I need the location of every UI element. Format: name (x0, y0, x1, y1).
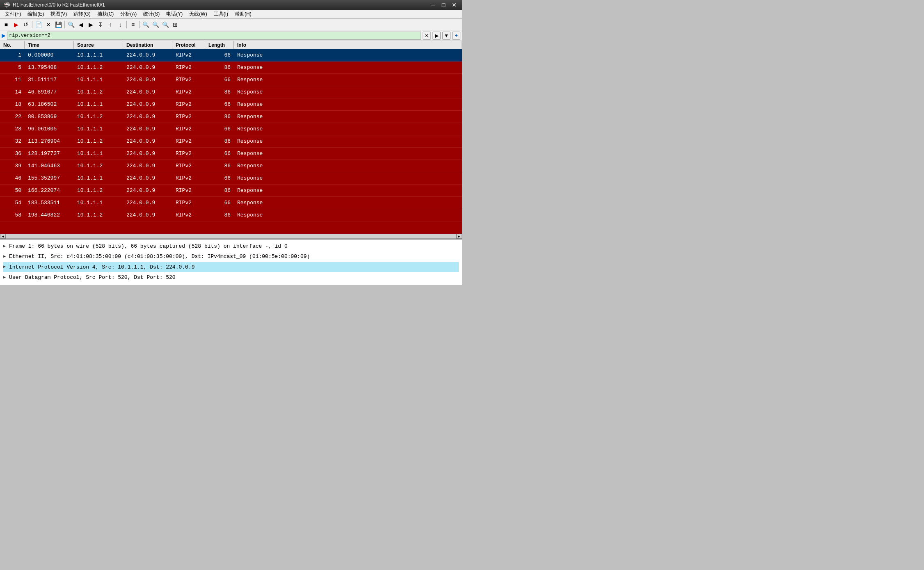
table-row[interactable]: 46155.35299710.1.1.1224.0.0.9RIPv266Resp… (0, 172, 462, 185)
menu-item-工具(I)[interactable]: 工具(I) (210, 10, 231, 18)
table-row[interactable]: 58198.44682210.1.1.2224.0.0.9RIPv286Resp… (0, 209, 462, 221)
close-button[interactable]: ✕ (450, 1, 459, 9)
expand-icon-frame: ▶ (3, 243, 9, 250)
col-header-destination: Destination (123, 41, 172, 49)
scroll-track[interactable] (6, 234, 456, 238)
menu-item-捕获(C)[interactable]: 捕获(C) (94, 10, 117, 18)
scroll-up-button[interactable]: ↑ (106, 20, 115, 29)
detail-row-frame[interactable]: ▶Frame 1: 66 bytes on wire (528 bits), 6… (3, 241, 459, 251)
filter-clear-button[interactable]: ✕ (423, 32, 431, 40)
window-controls: ─ □ ✕ (428, 1, 459, 9)
expand-icon-udp: ▶ (3, 274, 9, 281)
toolbar-sep-3 (126, 21, 127, 28)
col-header-info: Info (234, 41, 462, 49)
menu-bar: 文件(F)编辑(E)视图(V)跳转(G)捕获(C)分析(A)统计(S)电话(Y)… (0, 10, 462, 19)
table-row[interactable]: 2280.85386910.1.1.2224.0.0.9RIPv286Respo… (0, 111, 462, 123)
detail-row-rip[interactable]: ▶Routing Information Protocol (3, 283, 459, 285)
expand-icon-rip: ▶ (3, 284, 9, 285)
forward-button[interactable]: ▶ (86, 20, 95, 29)
menu-item-分析(A)[interactable]: 分析(A) (117, 10, 140, 18)
colorize-button[interactable]: ≡ (128, 20, 137, 29)
toolbar-sep-1 (32, 21, 32, 28)
menu-item-帮助(H)[interactable]: 帮助(H) (231, 10, 255, 18)
table-row[interactable]: 1131.51111710.1.1.1224.0.0.9RIPv266Respo… (0, 74, 462, 86)
col-header-no: No. (0, 41, 25, 49)
filter-icon: ▶ (2, 33, 5, 39)
toolbar: ■ ▶ ↺ 📄 ✕ 💾 🔍 ◀ ▶ ↧ ↑ ↓ ≡ 🔍 🔍 🔍 ⊞ (0, 19, 462, 30)
filter-add-button[interactable]: + (452, 32, 460, 40)
detail-panel: ▶Frame 1: 66 bytes on wire (528 bits), 6… (0, 239, 462, 285)
filter-apply-button[interactable]: ▶ (432, 32, 441, 40)
scroll-right-button[interactable]: ▶ (456, 234, 462, 239)
table-row[interactable]: 50166.22207410.1.1.2224.0.0.9RIPv286Resp… (0, 185, 462, 197)
app-icon: 🦈 (3, 2, 10, 8)
col-header-length: Length (205, 41, 234, 49)
minimize-button[interactable]: ─ (428, 1, 437, 9)
col-header-source: Source (74, 41, 123, 49)
maximize-button[interactable]: □ (439, 1, 448, 9)
start-button[interactable]: ▶ (11, 20, 21, 29)
layout-button[interactable]: ⊞ (171, 20, 180, 29)
filter-bar: ▶ rip.version==2 ✕ ▶ ▼ + (0, 30, 462, 41)
table-row[interactable]: 54183.53351110.1.1.1224.0.0.9RIPv266Resp… (0, 197, 462, 209)
menu-item-电话(Y)[interactable]: 电话(Y) (163, 10, 186, 18)
menu-item-统计(S)[interactable]: 统计(S) (140, 10, 163, 18)
zoom-reset-button[interactable]: 🔍 (161, 20, 170, 29)
table-row[interactable]: 1863.18650210.1.1.1224.0.0.9RIPv266Respo… (0, 98, 462, 111)
detail-text-frame: Frame 1: 66 bytes on wire (528 bits), 66… (9, 242, 459, 251)
horizontal-scrollbar[interactable]: ◀ ▶ (0, 234, 462, 239)
table-row[interactable]: 2896.06100510.1.1.1224.0.0.9RIPv266Respo… (0, 123, 462, 135)
zoom-out-button[interactable]: 🔍 (151, 20, 160, 29)
filter-bookmark-button[interactable]: ▼ (442, 32, 451, 40)
menu-item-跳转(G)[interactable]: 跳转(G) (70, 10, 94, 18)
packet-rows: 10.00000010.1.1.1224.0.0.9RIPv266Respons… (0, 49, 462, 221)
table-row[interactable]: 1446.89107710.1.1.2224.0.0.9RIPv286Respo… (0, 86, 462, 98)
detail-row-ip[interactable]: ▶Internet Protocol Version 4, Src: 10.1.… (3, 262, 459, 272)
stop-button[interactable]: ■ (2, 20, 11, 29)
back-button[interactable]: ◀ (76, 20, 85, 29)
save-button[interactable]: 💾 (54, 20, 63, 29)
toolbar-sep-2 (64, 21, 65, 28)
detail-text-ip: Internet Protocol Version 4, Src: 10.1.1… (9, 262, 459, 272)
table-row[interactable]: 32113.27690410.1.1.2224.0.0.9RIPv286Resp… (0, 135, 462, 148)
open-button[interactable]: 📄 (34, 20, 43, 29)
table-row[interactable]: 36128.19773710.1.1.1224.0.0.9RIPv266Resp… (0, 148, 462, 160)
packet-list: No. Time Source Destination Protocol Len… (0, 41, 462, 234)
title-bar: 🦈 R1 FastEthernet0/0 to R2 FastEthernet0… (0, 0, 462, 10)
col-header-time: Time (25, 41, 74, 49)
menu-item-文件(F)[interactable]: 文件(F) (2, 10, 24, 18)
toolbar-sep-4 (139, 21, 140, 28)
filter-input[interactable]: rip.version==2 (7, 32, 421, 40)
detail-row-udp[interactable]: ▶User Datagram Protocol, Src Port: 520, … (3, 272, 459, 283)
detail-row-ethernet[interactable]: ▶Ethernet II, Src: c4:01:08:35:00:00 (c4… (3, 251, 459, 262)
menu-item-编辑(E)[interactable]: 编辑(E) (24, 10, 47, 18)
title-left: 🦈 R1 FastEthernet0/0 to R2 FastEthernet0… (3, 2, 105, 8)
close-cap-button[interactable]: ✕ (44, 20, 53, 29)
scroll-end-button[interactable]: ↧ (96, 20, 105, 29)
menu-item-无线(W)[interactable]: 无线(W) (186, 10, 210, 18)
window-title: R1 FastEthernet0/0 to R2 FastEthernet0/1 (13, 2, 105, 8)
find-button[interactable]: 🔍 (66, 20, 75, 29)
detail-text-udp: User Datagram Protocol, Src Port: 520, D… (9, 273, 459, 282)
table-row[interactable]: 10.00000010.1.1.1224.0.0.9RIPv266Respons… (0, 49, 462, 62)
zoom-in-button[interactable]: 🔍 (141, 20, 150, 29)
expand-icon-ip: ▶ (3, 263, 9, 271)
restart-button[interactable]: ↺ (21, 20, 30, 29)
menu-item-视图(V)[interactable]: 视图(V) (47, 10, 70, 18)
scroll-left-button[interactable]: ◀ (0, 234, 6, 239)
detail-text-ethernet: Ethernet II, Src: c4:01:08:35:00:00 (c4:… (9, 252, 459, 261)
table-row[interactable]: 513.79540810.1.1.2224.0.0.9RIPv286Respon… (0, 62, 462, 74)
detail-text-rip: Routing Information Protocol (9, 283, 459, 285)
packet-header: No. Time Source Destination Protocol Len… (0, 41, 462, 49)
expand-icon-ethernet: ▶ (3, 253, 9, 260)
table-row[interactable]: 39141.04646310.1.1.2224.0.0.9RIPv286Resp… (0, 160, 462, 172)
scroll-down-button[interactable]: ↓ (116, 20, 125, 29)
col-header-protocol: Protocol (172, 41, 205, 49)
